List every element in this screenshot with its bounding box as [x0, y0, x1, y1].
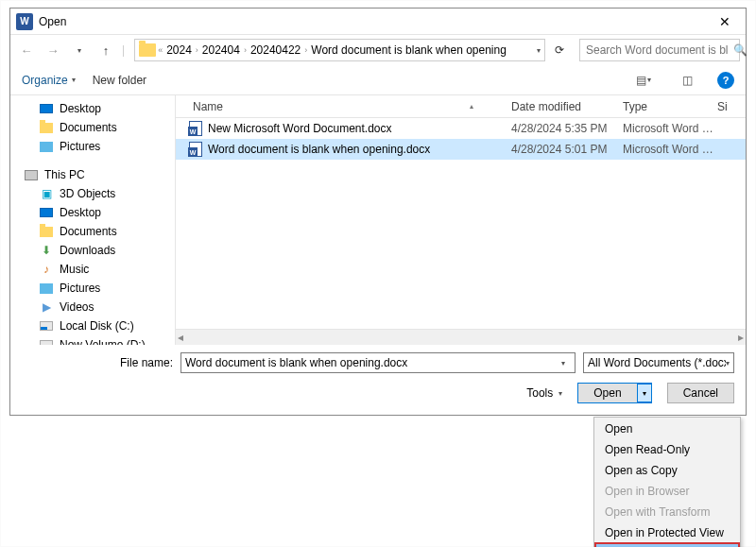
sidebar-item[interactable]: ▶Videos	[10, 298, 175, 316]
address-bar: ← → ▾ ↑ | « 2024 › 202404 › 20240422 › W…	[10, 35, 746, 65]
open-button[interactable]: Open	[578, 386, 636, 400]
menu-item-open-and-repair[interactable]: Open and Repair	[594, 542, 740, 547]
body: DesktopDocumentsPicturesThis PC▣3D Objec…	[10, 95, 746, 345]
pictures-icon	[39, 282, 54, 295]
cancel-button[interactable]: Cancel	[667, 383, 734, 403]
menu-item-open-with-transform: Open with Transform	[595, 502, 739, 522]
breadcrumb-segment[interactable]: 202404	[202, 43, 240, 57]
file-row[interactable]: Word document is blank when opening.docx…	[176, 139, 746, 160]
down-icon: ⬇	[39, 244, 54, 257]
sidebar-item[interactable]: New Volume (D:)	[10, 335, 175, 345]
horizontal-scrollbar[interactable]: ◂▸	[176, 329, 746, 345]
breadcrumb-segment[interactable]: 2024	[166, 43, 192, 57]
file-name-label: File name:	[22, 356, 173, 369]
up-button[interactable]: ↑	[95, 40, 116, 60]
refresh-button[interactable]: ⟳	[551, 43, 568, 57]
sidebar-item[interactable]: ⬇Downloads	[10, 241, 175, 260]
sidebar-item[interactable]: ▣3D Objects	[10, 184, 175, 203]
sidebar-item[interactable]: Pictures	[10, 137, 175, 156]
desktop-icon	[39, 206, 54, 219]
address-history-dropdown[interactable]: ▾	[537, 46, 541, 55]
help-button[interactable]: ?	[717, 72, 734, 89]
desktop-icon	[39, 102, 54, 115]
menu-item-open-in-protected-view[interactable]: Open in Protected View	[595, 522, 739, 543]
sidebar-item[interactable]: Local Disk (C:)	[10, 316, 175, 335]
open-dialog: W Open ✕ ← → ▾ ↑ | « 2024 › 202404 › 202…	[9, 8, 747, 416]
video-icon: ▶	[39, 300, 54, 314]
breadcrumb-bar[interactable]: « 2024 › 202404 › 20240422 › Word docume…	[134, 39, 545, 61]
organize-menu[interactable]: Organize▾	[22, 74, 76, 87]
disk-icon	[39, 338, 54, 345]
file-list[interactable]: New Microsoft Word Document.docx4/28/202…	[176, 118, 746, 329]
menu-item-open-as-copy[interactable]: Open as Copy	[595, 460, 739, 481]
menu-item-open-read-only[interactable]: Open Read-Only	[595, 439, 739, 460]
file-row[interactable]: New Microsoft Word Document.docx4/28/202…	[176, 118, 746, 139]
pictures-icon	[39, 140, 54, 153]
command-bar: Organize▾ New folder ▤▾ ◫ ?	[10, 65, 746, 95]
word-app-icon: W	[16, 13, 33, 30]
bottom-panel: File name: ▾ All Word Documents (*.docx;…	[10, 345, 746, 415]
file-list-pane: Name▴ Date modified Type Si New Microsof…	[176, 95, 746, 345]
open-dropdown-button[interactable]: ▾	[637, 384, 652, 402]
3d-icon: ▣	[39, 187, 54, 200]
search-box[interactable]: 🔍	[579, 39, 740, 61]
breadcrumb-segment[interactable]: Word document is blank when opening	[311, 43, 507, 57]
chevron-right-icon: ›	[196, 45, 198, 55]
titlebar: W Open ✕	[10, 9, 746, 35]
sidebar-item[interactable]: ♪Music	[10, 260, 175, 279]
open-options-menu: OpenOpen Read-OnlyOpen as CopyOpen in Br…	[593, 417, 741, 547]
pc-icon	[24, 168, 39, 181]
sidebar-this-pc[interactable]: This PC	[10, 165, 175, 184]
tools-menu[interactable]: Tools▾	[526, 386, 562, 400]
folder-icon	[39, 225, 54, 238]
sidebar-item[interactable]: Pictures	[10, 279, 175, 298]
music-icon: ♪	[39, 263, 54, 276]
file-type-filter[interactable]: All Word Documents (*.docx;*.▾	[583, 352, 734, 373]
open-split-button[interactable]: Open ▾	[577, 383, 651, 403]
diskc-icon	[39, 319, 54, 333]
column-headers[interactable]: Name▴ Date modified Type Si	[176, 95, 746, 118]
recent-locations-dropdown[interactable]: ▾	[69, 40, 90, 60]
folder-icon	[39, 121, 54, 134]
sort-indicator-icon: ▴	[470, 102, 473, 111]
file-name-combo[interactable]: ▾	[180, 352, 576, 373]
view-options-button[interactable]: ▤▾	[630, 70, 657, 91]
file-name-dropdown[interactable]: ▾	[556, 359, 571, 368]
new-folder-button[interactable]: New folder	[93, 74, 146, 87]
search-input[interactable]	[586, 43, 728, 57]
word-doc-icon	[189, 142, 202, 157]
forward-button[interactable]: →	[43, 40, 63, 60]
preview-pane-button[interactable]: ◫	[674, 70, 700, 91]
word-doc-icon	[189, 121, 202, 136]
sidebar-item[interactable]: Documents	[10, 118, 175, 137]
menu-item-open[interactable]: Open	[595, 419, 739, 439]
file-name-input[interactable]	[185, 356, 556, 369]
dialog-title: Open	[39, 15, 710, 28]
sidebar-item[interactable]: Documents	[10, 222, 175, 241]
sidebar-item[interactable]: Desktop	[10, 203, 175, 222]
chevron-right-icon: ›	[244, 45, 247, 55]
chevron-right-icon: ›	[304, 45, 307, 55]
close-button[interactable]: ✕	[710, 14, 740, 29]
folder-icon	[139, 43, 156, 57]
breadcrumb-segment[interactable]: 20240422	[250, 43, 301, 57]
search-icon: 🔍	[733, 43, 747, 57]
menu-item-open-in-browser: Open in Browser	[595, 481, 739, 502]
back-button[interactable]: ←	[16, 40, 37, 60]
sidebar-item[interactable]: Desktop	[10, 99, 175, 118]
navigation-pane[interactable]: DesktopDocumentsPicturesThis PC▣3D Objec…	[10, 95, 176, 345]
